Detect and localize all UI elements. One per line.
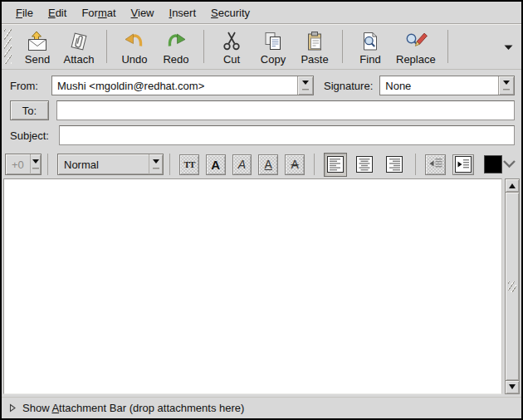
font-size-dropdown-arrow <box>30 154 41 174</box>
typewriter-toggle[interactable]: TT <box>179 154 199 175</box>
indent-button[interactable] <box>452 154 474 175</box>
paragraph-style-dropdown-arrow <box>149 154 163 174</box>
formatbar-separator <box>47 154 48 175</box>
main-toolbar: Send Attach Undo <box>2 24 521 70</box>
subject-input[interactable] <box>59 125 515 145</box>
font-color-swatch[interactable] <box>484 155 502 173</box>
menubar: File Edit Format View Insert Security <box>2 2 521 24</box>
subject-row: Subject: <box>10 125 515 145</box>
attach-button[interactable]: Attach <box>63 27 95 66</box>
menu-security[interactable]: Security <box>203 3 257 22</box>
formatbar-separator <box>415 154 416 175</box>
typewriter-icon: TT <box>184 159 195 169</box>
toolbar-separator <box>203 30 204 63</box>
signature-select[interactable]: None <box>379 76 515 95</box>
paste-button[interactable]: Paste <box>299 27 330 66</box>
align-center-button[interactable] <box>354 153 377 177</box>
align-right-button[interactable] <box>383 153 406 177</box>
find-icon <box>359 31 382 52</box>
to-button[interactable]: To: <box>10 100 49 120</box>
formatbar-overflow-chevron[interactable] <box>502 159 516 171</box>
underline-toggle[interactable]: A <box>258 154 278 175</box>
cut-icon <box>220 31 243 52</box>
composer-window: File Edit Format View Insert Security Se… <box>0 0 523 420</box>
formatbar-separator <box>314 154 315 175</box>
from-dropdown-arrow <box>297 76 313 95</box>
menu-insert[interactable]: Insert <box>162 3 204 22</box>
replace-label: Replace <box>396 53 436 66</box>
chevron-down-icon <box>504 41 513 53</box>
copy-icon <box>262 31 285 52</box>
menu-format[interactable]: Format <box>74 3 123 22</box>
formatbar-separator <box>169 154 170 175</box>
cut-label: Cut <box>223 53 240 66</box>
scroll-thumb[interactable] <box>505 193 520 380</box>
menu-edit[interactable]: Edit <box>41 3 74 22</box>
strikethrough-icon: A <box>291 158 298 171</box>
signature-value: None <box>380 76 498 95</box>
from-label: From: <box>10 80 51 92</box>
replace-button[interactable]: Replace <box>396 27 436 66</box>
italic-toggle[interactable]: A <box>232 154 252 175</box>
indent-icon <box>455 156 472 173</box>
signature-label: Signature: <box>324 80 373 92</box>
message-body[interactable] <box>3 178 502 394</box>
copy-label: Copy <box>261 53 286 66</box>
from-row: From: Mushi <mgoldin@redhat.com> Signatu… <box>10 76 515 95</box>
find-label: Find <box>359 53 380 66</box>
paragraph-style-value: Normal <box>58 154 149 174</box>
font-size-value: +0 <box>6 154 30 174</box>
toolbar-overflow-chevron[interactable] <box>504 41 513 53</box>
redo-label: Redo <box>163 53 188 66</box>
scroll-up-button[interactable] <box>505 178 520 193</box>
body-scrollbar <box>505 178 520 394</box>
redo-icon <box>164 31 188 52</box>
align-left-icon <box>327 156 344 173</box>
align-center-icon <box>356 156 373 173</box>
paragraph-style-select[interactable]: Normal <box>57 154 164 175</box>
to-row: To: <box>10 100 515 120</box>
chevron-down-icon <box>502 159 516 171</box>
undo-label: Undo <box>121 53 147 66</box>
send-button[interactable]: Send <box>22 27 53 66</box>
signature-dropdown-arrow <box>498 76 514 95</box>
format-toolbar: +0 Normal TT A A A A <box>2 150 521 178</box>
attachment-bar-toggle[interactable]: Show Attachment Bar (drop attachments he… <box>2 397 521 418</box>
underline-icon: A <box>265 158 272 171</box>
strikethrough-toggle[interactable]: A <box>285 154 305 175</box>
align-right-icon <box>386 156 403 173</box>
thumb-grip-icon <box>508 281 516 292</box>
send-label: Send <box>25 53 50 66</box>
menu-file[interactable]: File <box>8 3 41 22</box>
arrow-down-icon <box>509 384 516 393</box>
italic-icon: A <box>238 158 246 171</box>
toolbar-drag-handle[interactable] <box>4 29 12 64</box>
attachment-bar-label: Show Attachment Bar (drop attachments he… <box>22 402 244 414</box>
from-select[interactable]: Mushi <mgoldin@redhat.com> <box>51 76 314 95</box>
menu-view[interactable]: View <box>124 3 162 22</box>
toolbar-separator <box>342 30 343 63</box>
cut-button[interactable]: Cut <box>216 27 247 66</box>
toolbar-separator <box>447 30 448 63</box>
align-left-button[interactable] <box>324 153 347 177</box>
scroll-down-button[interactable] <box>505 380 520 394</box>
header-fields: From: Mushi <mgoldin@redhat.com> Signatu… <box>2 70 521 150</box>
from-value: Mushi <mgoldin@redhat.com> <box>52 76 297 95</box>
redo-button[interactable]: Redo <box>160 27 192 66</box>
subject-label: Subject: <box>10 129 51 142</box>
font-size-select[interactable]: +0 <box>5 154 42 175</box>
to-input[interactable] <box>56 100 515 120</box>
undo-button[interactable]: Undo <box>119 27 150 66</box>
copy-button[interactable]: Copy <box>257 27 289 66</box>
find-button[interactable]: Find <box>354 27 386 66</box>
bold-toggle[interactable]: A <box>206 154 226 175</box>
paste-label: Paste <box>301 53 328 66</box>
send-icon <box>26 31 49 52</box>
attach-label: Attach <box>64 53 95 66</box>
unindent-button[interactable] <box>425 154 447 175</box>
bold-icon: A <box>211 158 220 172</box>
toolbar-separator <box>106 30 107 63</box>
unindent-icon <box>428 157 443 173</box>
undo-icon <box>123 31 146 52</box>
body-area <box>3 178 520 394</box>
